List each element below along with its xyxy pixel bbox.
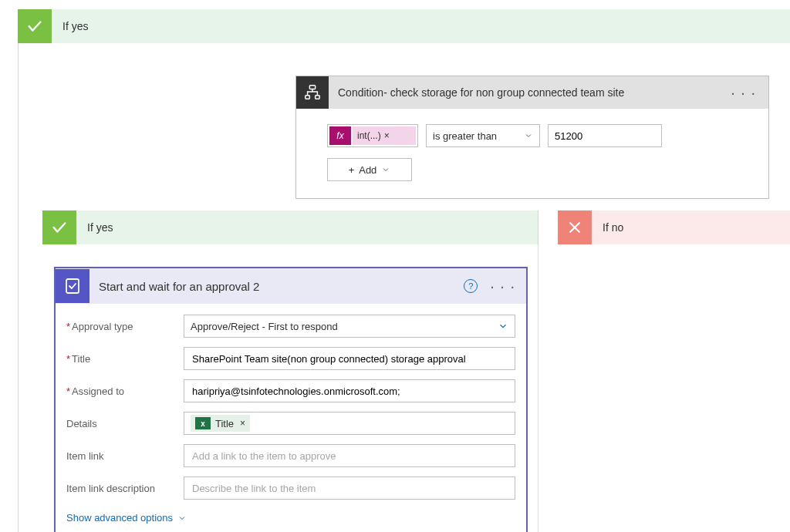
item-link-row: Item link — [66, 444, 515, 467]
condition-more-menu[interactable]: · · · — [726, 84, 761, 102]
chevron-down-icon — [498, 321, 508, 332]
approval-action-header[interactable]: Start and wait for an approval 2 ? · · · — [56, 268, 526, 304]
details-label: Details — [66, 418, 174, 429]
checkmark-icon — [42, 210, 76, 244]
assigned-to-label: Assigned to — [66, 386, 174, 397]
condition-body: fx int(...) × is greater than + — [296, 109, 768, 198]
condition-header[interactable]: Condition- check storage for non group c… — [296, 76, 768, 109]
condition-title: Condition- check storage for non group c… — [338, 86, 726, 99]
approval-type-select[interactable]: Approve/Reject - First to respond — [184, 315, 515, 338]
approval-title-row: Title — [66, 347, 515, 370]
show-advanced-options-label: Show advanced options — [66, 512, 173, 524]
item-link-label: Item link — [66, 450, 174, 462]
item-link-desc-label: Item link description — [66, 483, 174, 494]
excel-icon: x — [195, 417, 211, 429]
approval-type-row: Approval type Approve/Reject - First to … — [66, 315, 515, 338]
assigned-to-input[interactable] — [191, 385, 508, 398]
condition-add-label: Add — [359, 164, 376, 176]
svg-rect-1 — [306, 96, 310, 99]
fx-icon: fx — [329, 126, 351, 145]
condition-operator-select[interactable]: is greater than — [426, 124, 540, 147]
svg-rect-2 — [316, 96, 320, 99]
condition-expression-row: fx int(...) × is greater than — [327, 124, 738, 147]
action-more-menu[interactable]: · · · — [485, 278, 520, 295]
column-divider — [18, 43, 19, 532]
item-link-desc-input-wrap[interactable] — [184, 476, 515, 500]
approval-title-input-wrap[interactable] — [184, 347, 515, 370]
condition-add-button[interactable]: + Add — [327, 158, 412, 181]
if-no-label: If no — [603, 221, 623, 234]
condition-left-operand[interactable]: fx int(...) × — [327, 124, 418, 147]
token-text: Title — [215, 418, 234, 429]
chevron-down-icon — [177, 513, 187, 523]
approval-type-value: Approve/Reject - First to respond — [191, 321, 338, 332]
item-link-desc-row: Item link description — [66, 476, 515, 500]
chevron-down-icon — [381, 165, 390, 174]
approval-action-card: Start and wait for an approval 2 ? · · ·… — [54, 267, 528, 532]
help-icon[interactable]: ? — [464, 279, 478, 293]
details-input-wrap[interactable]: x Title × — [184, 412, 515, 435]
checkmark-icon — [18, 9, 52, 43]
assigned-to-row: Assigned to — [66, 379, 515, 402]
show-advanced-options-link[interactable]: Show advanced options — [66, 512, 515, 524]
expression-token[interactable]: int(...) × — [353, 126, 416, 145]
approval-title-input[interactable] — [191, 352, 508, 365]
svg-rect-5 — [66, 279, 79, 293]
expression-token-remove[interactable]: × — [384, 130, 390, 141]
item-link-desc-input[interactable] — [191, 482, 508, 495]
condition-operator-value: is greater than — [433, 130, 497, 142]
expression-token-text: int(...) — [357, 130, 381, 141]
column-divider — [538, 244, 538, 532]
if-no-branch-header: If no — [558, 210, 790, 244]
approval-icon — [56, 269, 89, 303]
token-remove[interactable]: × — [238, 418, 245, 429]
assigned-to-input-wrap[interactable] — [184, 379, 515, 402]
condition-value-input[interactable] — [548, 124, 662, 147]
approval-action-title: Start and wait for an approval 2 — [99, 280, 464, 293]
outer-if-yes-label: If yes — [62, 20, 88, 32]
outer-if-yes-branch-header: If yes — [18, 9, 790, 43]
details-row: Details x Title × — [66, 412, 515, 435]
chevron-down-icon — [524, 131, 533, 140]
item-link-input-wrap[interactable] — [184, 444, 515, 467]
condition-icon — [296, 76, 329, 109]
if-yes-branch-header: If yes — [42, 210, 538, 244]
condition-card: Condition- check storage for non group c… — [295, 76, 769, 199]
approval-action-body: Approval type Approve/Reject - First to … — [56, 304, 526, 532]
item-link-input[interactable] — [191, 450, 508, 463]
if-yes-label: If yes — [87, 221, 113, 234]
plus-icon: + — [349, 164, 355, 176]
approval-type-label: Approval type — [66, 321, 174, 332]
svg-rect-0 — [309, 86, 315, 89]
close-icon — [558, 210, 592, 244]
dynamic-content-token[interactable]: x Title × — [191, 415, 250, 432]
approval-title-label: Title — [66, 353, 174, 365]
